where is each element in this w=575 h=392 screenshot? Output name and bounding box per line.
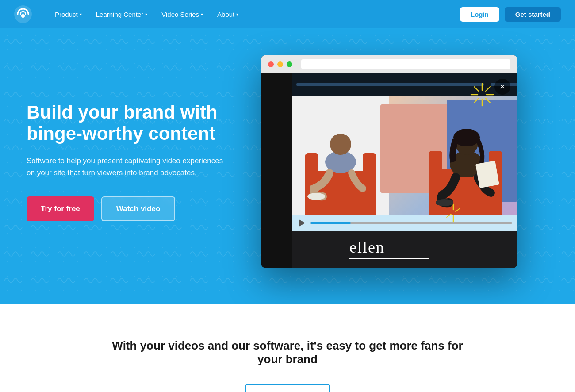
login-button[interactable]: Login	[460, 7, 499, 22]
lower-title: With your videos and our software, it's …	[111, 339, 464, 366]
svg-line-12	[447, 214, 451, 217]
svg-rect-31	[475, 161, 499, 188]
nav-video-series[interactable]: Video Series ▾	[156, 7, 208, 22]
browser-url-bar	[301, 59, 510, 69]
progress-fill	[310, 222, 351, 224]
try-for-free-button[interactable]: Try for free	[27, 196, 94, 221]
close-button[interactable]: ×	[494, 79, 510, 95]
nav-about[interactable]: About ▾	[212, 7, 244, 22]
hero-buttons: Try for free Watch video	[27, 196, 230, 221]
svg-point-22	[330, 134, 351, 155]
browser-bar	[261, 55, 518, 73]
chevron-down-icon: ▾	[80, 12, 82, 17]
svg-line-9	[474, 98, 479, 103]
chevron-down-icon: ▾	[145, 12, 147, 17]
chevron-down-icon: ▾	[201, 12, 203, 17]
logo[interactable]	[14, 5, 32, 23]
svg-line-7	[486, 98, 490, 103]
browser-sidebar	[261, 73, 292, 268]
svg-point-23	[307, 193, 325, 200]
hero-subtitle: Software to help you present captivating…	[27, 155, 230, 179]
video-thumbnail	[292, 96, 518, 215]
svg-point-1	[21, 14, 25, 18]
close-traffic-light	[268, 61, 274, 67]
chevron-down-icon: ▾	[236, 12, 238, 17]
signature-content: ellen	[349, 238, 429, 259]
svg-line-8	[486, 87, 490, 91]
navbar: Product ▾ Learning Center ▾ Video Series…	[0, 0, 575, 28]
hero-content: Build your brand with binge-worthy conte…	[27, 102, 230, 222]
learn-more-button[interactable]: Learn more	[245, 384, 330, 392]
nav-actions: Login Get started	[460, 7, 561, 22]
hero-title: Build your brand with binge-worthy conte…	[27, 102, 230, 145]
nav-learning-center[interactable]: Learning Center ▾	[91, 7, 153, 22]
sparkle-decoration-top	[469, 81, 495, 108]
svg-line-13	[456, 208, 460, 211]
svg-rect-20	[363, 153, 376, 215]
play-icon[interactable]	[297, 219, 306, 227]
lower-section: With your videos and our software, it's …	[0, 304, 575, 392]
nav-product[interactable]: Product ▾	[50, 7, 87, 22]
signature-text: ellen	[349, 238, 429, 257]
nav-links: Product ▾ Learning Center ▾ Video Series…	[50, 7, 449, 22]
video-controls	[292, 215, 518, 231]
sparkle-decoration-bottom	[442, 202, 464, 224]
video-scene-svg	[292, 96, 518, 215]
inner-nav-bar	[296, 83, 484, 86]
video-container	[292, 96, 518, 231]
signature-underline	[349, 258, 429, 259]
minimize-traffic-light	[277, 61, 283, 67]
watch-video-button[interactable]: Watch video	[101, 196, 176, 221]
hero-visual: ×	[230, 55, 548, 268]
progress-bar	[310, 222, 512, 224]
svg-line-6	[474, 87, 479, 91]
hero-section: Build your brand with binge-worthy conte…	[0, 28, 575, 304]
maximize-traffic-light	[287, 61, 292, 67]
signature-area: ellen	[261, 231, 518, 268]
get-started-button[interactable]: Get started	[505, 7, 561, 22]
